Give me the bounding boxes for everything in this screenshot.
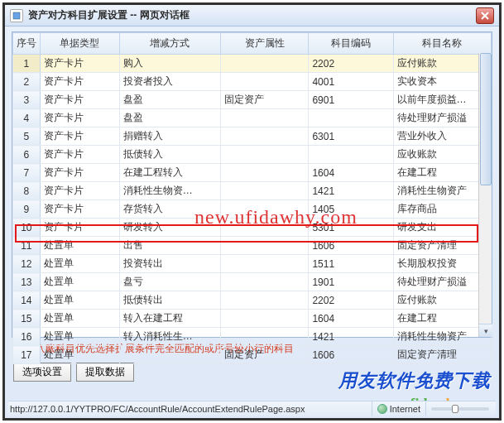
cell-attr[interactable] bbox=[221, 127, 309, 146]
cell-seq[interactable]: 8 bbox=[13, 182, 41, 200]
close-button[interactable] bbox=[476, 7, 494, 24]
cell-mode[interactable]: 盘盈 bbox=[119, 91, 221, 109]
cell-doc-type[interactable]: 处置单 bbox=[40, 346, 119, 364]
cell-name[interactable]: 固定资产清理 bbox=[393, 346, 492, 364]
col-seq[interactable]: 序号 bbox=[13, 33, 41, 55]
cell-name[interactable]: 库存商品 bbox=[393, 200, 492, 219]
table-row[interactable]: 12处置单投资转出1511长期股权投资 bbox=[13, 255, 492, 273]
cell-attr[interactable] bbox=[221, 164, 309, 182]
cell-attr[interactable] bbox=[221, 237, 309, 255]
cell-attr[interactable] bbox=[221, 200, 309, 219]
cell-attr[interactable] bbox=[221, 109, 309, 127]
cell-seq[interactable]: 12 bbox=[13, 255, 41, 273]
cell-code[interactable]: 6901 bbox=[309, 91, 393, 109]
cell-name[interactable]: 应收账款 bbox=[393, 146, 492, 164]
cell-code[interactable]: 1604 bbox=[309, 164, 393, 182]
cell-name[interactable]: 长期股权投资 bbox=[393, 255, 492, 273]
cell-mode[interactable]: 盘亏 bbox=[119, 273, 221, 291]
table-row[interactable]: 6资产卡片抵债转入应收账款 bbox=[13, 146, 492, 164]
cell-seq[interactable]: 1 bbox=[13, 55, 41, 73]
col-name[interactable]: 科目名称 bbox=[393, 33, 492, 55]
cell-mode[interactable]: 消耗性生物资… bbox=[119, 182, 221, 200]
cell-code[interactable]: 1421 bbox=[309, 328, 393, 346]
cell-attr[interactable] bbox=[221, 273, 309, 291]
cell-doc-type[interactable]: 资产卡片 bbox=[40, 91, 119, 109]
scroll-down-button[interactable]: ▾ bbox=[479, 324, 492, 337]
table-row[interactable]: 4资产卡片盘盈待处理财产损溢 bbox=[13, 109, 492, 127]
cell-mode[interactable]: 在建工程转入 bbox=[119, 164, 221, 182]
cell-attr[interactable] bbox=[221, 328, 309, 346]
cell-doc-type[interactable]: 资产卡片 bbox=[40, 182, 119, 200]
cell-mode[interactable]: 出售 bbox=[119, 237, 221, 255]
table-row[interactable]: 15处置单转入在建工程1604在建工程 bbox=[13, 310, 492, 328]
table-row[interactable]: 2资产卡片投资者投入4001实收资本 bbox=[13, 73, 492, 91]
cell-code[interactable]: 1606 bbox=[309, 237, 393, 255]
cell-doc-type[interactable]: 处置单 bbox=[40, 328, 119, 346]
cell-attr[interactable] bbox=[221, 146, 309, 164]
cell-seq[interactable]: 9 bbox=[13, 200, 41, 219]
zoom-control[interactable] bbox=[425, 401, 494, 416]
table-row[interactable]: 3资产卡片盘盈固定资产6901以前年度损益… bbox=[13, 91, 492, 109]
cell-name[interactable]: 在建工程 bbox=[393, 310, 492, 328]
cell-name[interactable]: 应付账款 bbox=[393, 291, 492, 310]
cell-code[interactable]: 1606 bbox=[309, 346, 393, 364]
table-row[interactable]: 11处置单出售1606固定资产清理 bbox=[13, 237, 492, 255]
cell-seq[interactable]: 15 bbox=[13, 310, 41, 328]
cell-code[interactable] bbox=[309, 109, 393, 127]
cell-attr[interactable] bbox=[221, 310, 309, 328]
cell-code[interactable]: 1604 bbox=[309, 310, 393, 328]
col-code[interactable]: 科目编码 bbox=[309, 33, 393, 55]
cell-code[interactable]: 1405 bbox=[309, 200, 393, 219]
cell-code[interactable]: 6301 bbox=[309, 127, 393, 146]
table-row[interactable]: 8资产卡片消耗性生物资…1421消耗性生物资产 bbox=[13, 182, 492, 200]
table-row[interactable]: 1资产卡片购入2202应付账款 bbox=[13, 55, 492, 73]
table-row[interactable]: 9资产卡片存货转入1405库存商品 bbox=[13, 200, 492, 219]
cell-attr[interactable] bbox=[221, 255, 309, 273]
cell-mode[interactable]: 购入 bbox=[119, 55, 221, 73]
cell-doc-type[interactable]: 资产卡片 bbox=[40, 73, 119, 91]
cell-seq[interactable]: 4 bbox=[13, 109, 41, 127]
cell-code[interactable]: 2202 bbox=[309, 55, 393, 73]
cell-seq[interactable]: 10 bbox=[13, 219, 41, 237]
cell-attr[interactable] bbox=[221, 219, 309, 237]
cell-seq[interactable]: 14 bbox=[13, 291, 41, 310]
cell-name[interactable]: 待处理财产损溢 bbox=[393, 273, 492, 291]
cell-code[interactable]: 1421 bbox=[309, 182, 393, 200]
col-mode[interactable]: 增减方式 bbox=[119, 33, 221, 55]
cell-seq[interactable]: 17 bbox=[13, 346, 41, 364]
cell-mode[interactable]: 投资转出 bbox=[119, 255, 221, 273]
cell-code[interactable]: 5301 bbox=[309, 219, 393, 237]
cell-seq[interactable]: 5 bbox=[13, 127, 41, 146]
cell-attr[interactable] bbox=[221, 291, 309, 310]
cell-doc-type[interactable]: 资产卡片 bbox=[40, 55, 119, 73]
cell-doc-type[interactable]: 处置单 bbox=[40, 291, 119, 310]
table-row[interactable]: 16处置单转入消耗性生…1421消耗性生物资产 bbox=[13, 328, 492, 346]
cell-code[interactable]: 4001 bbox=[309, 73, 393, 91]
cell-name[interactable]: 研发支出 bbox=[393, 219, 492, 237]
extract-button[interactable]: 提取数据 bbox=[76, 363, 134, 382]
table-row[interactable]: 10资产卡片研发转入5301研发支出 bbox=[13, 219, 492, 237]
cell-seq[interactable]: 3 bbox=[13, 91, 41, 109]
cell-name[interactable]: 消耗性生物资产 bbox=[393, 182, 492, 200]
table-row[interactable]: 5资产卡片捐赠转入6301营业外收入 bbox=[13, 127, 492, 146]
cell-seq[interactable]: 2 bbox=[13, 73, 41, 91]
vertical-scrollbar[interactable]: ▾ bbox=[478, 53, 492, 337]
cell-code[interactable]: 2202 bbox=[309, 291, 393, 310]
cell-attr[interactable] bbox=[221, 182, 309, 200]
cell-seq[interactable]: 7 bbox=[13, 164, 41, 182]
cell-mode[interactable]: 抵债转出 bbox=[119, 291, 221, 310]
cell-mode[interactable]: 盘盈 bbox=[119, 109, 221, 127]
cell-doc-type[interactable]: 资产卡片 bbox=[40, 127, 119, 146]
cell-mode[interactable]: 转入在建工程 bbox=[119, 310, 221, 328]
cell-mode[interactable] bbox=[119, 346, 221, 364]
table-row[interactable]: 7资产卡片在建工程转入1604在建工程 bbox=[13, 164, 492, 182]
cell-doc-type[interactable]: 处置单 bbox=[40, 273, 119, 291]
zoom-slider[interactable] bbox=[431, 407, 489, 411]
cell-mode[interactable]: 转入消耗性生… bbox=[119, 328, 221, 346]
zoom-thumb[interactable] bbox=[452, 405, 458, 413]
cell-attr[interactable]: 固定资产 bbox=[221, 91, 309, 109]
cell-attr[interactable] bbox=[221, 55, 309, 73]
col-doc-type[interactable]: 单据类型 bbox=[40, 33, 119, 55]
cell-doc-type[interactable]: 处置单 bbox=[40, 237, 119, 255]
table-row[interactable]: 14处置单抵债转出2202应付账款 bbox=[13, 291, 492, 310]
